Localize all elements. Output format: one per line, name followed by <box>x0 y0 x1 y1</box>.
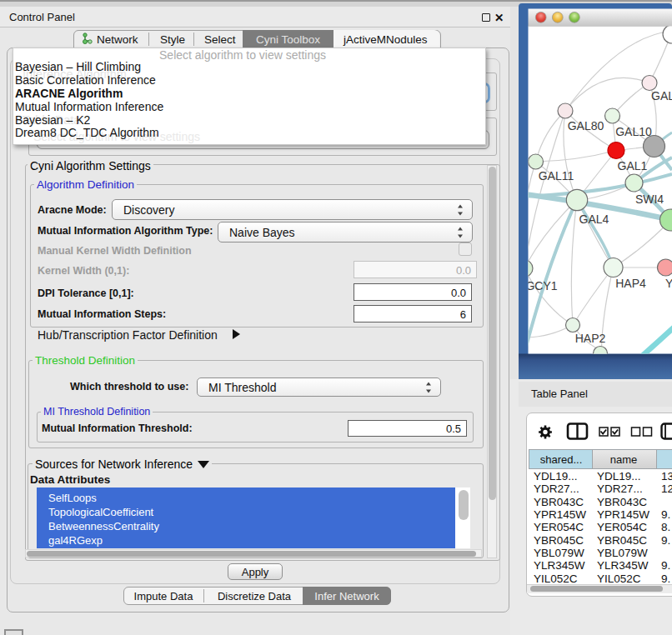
svg-text:GAL80: GAL80 <box>568 119 604 132</box>
svg-text:GAL1: GAL1 <box>618 159 648 172</box>
svg-text:GAL7: GAL7 <box>651 89 672 102</box>
svg-text:YKL0: YKL0 <box>665 277 672 290</box>
svg-text:GCY1: GCY1 <box>525 279 557 292</box>
svg-text:GAL4: GAL4 <box>579 212 609 226</box>
svg-text:GAL11: GAL11 <box>539 169 574 182</box>
svg-text:SWI4: SWI4 <box>635 192 664 206</box>
svg-text:HAP2: HAP2 <box>575 332 606 345</box>
svg-text:GAL10: GAL10 <box>615 125 652 138</box>
svg-text:HAP4: HAP4 <box>615 277 646 290</box>
